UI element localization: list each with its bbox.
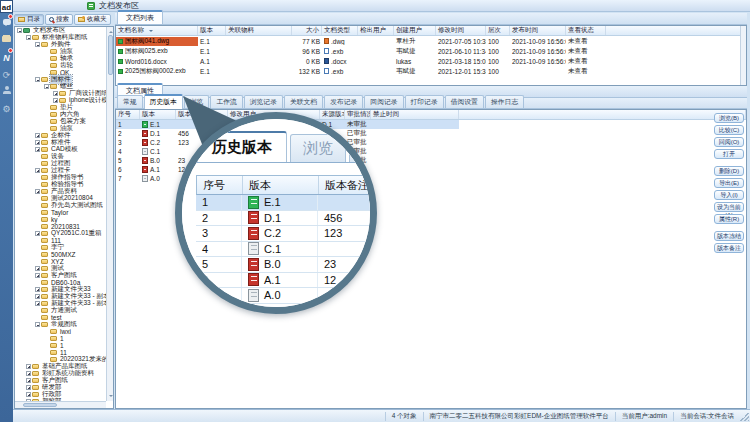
expand-toggle-icon[interactable]	[35, 322, 40, 327]
expand-toggle-icon[interactable]	[26, 35, 31, 40]
version-page-icon	[142, 121, 148, 128]
expand-toggle-icon[interactable]	[26, 364, 31, 369]
props-tab[interactable]: 操作日志	[485, 95, 524, 108]
props-tab[interactable]: 借阅设置	[445, 95, 484, 108]
tree-node[interactable]: 常规图纸	[15, 321, 106, 328]
expand-toggle-icon[interactable]	[35, 77, 40, 82]
col-view-status[interactable]: 查看状态	[566, 26, 606, 35]
expand-toggle-icon[interactable]	[35, 140, 40, 145]
app-logo[interactable]: ad	[0, 0, 13, 13]
col-publish-time[interactable]: 发布时间	[510, 26, 566, 35]
expand-toggle-icon[interactable]	[26, 378, 31, 383]
expand-toggle-icon[interactable]	[35, 168, 40, 173]
tree-node[interactable]: 客户图纸	[15, 272, 106, 279]
history-action-button[interactable]: 浏览(B)	[714, 113, 744, 123]
doc-list-scrollbar[interactable]	[740, 26, 746, 85]
col-modified-time[interactable]: 修改时间	[436, 26, 486, 35]
tree-node[interactable]: Taylor	[15, 209, 106, 216]
props-tab[interactable]: 常规	[117, 95, 143, 108]
expand-toggle-icon[interactable]	[53, 91, 58, 96]
doc-row[interactable]: 国标阀041.dwg E.1 77 KB .dwg 覃桂升 2021-07-05…	[116, 36, 746, 46]
expand-toggle-icon[interactable]	[17, 28, 22, 33]
history-action-button[interactable]: 导出(E)	[714, 178, 744, 188]
history-action-button[interactable]: 打开	[714, 149, 744, 159]
explorer-toolbar-button[interactable]: 搜索	[45, 14, 73, 25]
expand-toggle-icon[interactable]	[53, 98, 58, 103]
col-material[interactable]: 关联物料	[226, 26, 292, 35]
col-level[interactable]: 层次	[486, 26, 510, 35]
tree-node[interactable]: 500MXZ	[15, 251, 106, 258]
sync-icon[interactable]	[0, 64, 13, 81]
history-button-stack: 浏览(B) 比较(C) 回阅(O) 打开 删除(D) 导出(E) 导入(I) 设…	[713, 112, 745, 254]
props-tab[interactable]: 工作流	[210, 95, 242, 108]
col-forbid-time[interactable]: 禁止时间	[371, 110, 459, 119]
props-tab[interactable]: 发布记录	[324, 95, 363, 108]
tree-node[interactable]: QY2051C.01重箱	[15, 230, 106, 237]
magnifier-lens: 历史版本 浏览 工作流 序号 版本 版本备注 1	[175, 112, 377, 314]
history-action-button[interactable]: 导入(I)	[714, 190, 744, 200]
tree-node[interactable]: 李宁	[15, 244, 106, 251]
magnified-tab-history[interactable]: 历史版本	[197, 131, 287, 162]
folder-icon[interactable]	[0, 30, 13, 47]
expand-toggle-icon[interactable]	[35, 301, 40, 306]
expand-toggle-icon[interactable]	[35, 133, 40, 138]
history-action-button[interactable]: 回阅(O)	[714, 137, 744, 147]
tree-node[interactable]: lwxi	[15, 328, 106, 335]
history-action-button[interactable]: 比较(C)	[714, 125, 744, 135]
tree-node[interactable]: 1	[15, 335, 106, 342]
tab-doc-list[interactable]: 文档列表	[117, 10, 163, 24]
history-action-button[interactable]: 删除(D)	[714, 166, 744, 176]
resize-grip-icon[interactable]	[740, 412, 749, 421]
history-action-button[interactable]: 版本冻结	[714, 231, 744, 241]
explorer-toolbar-button[interactable]: 目录	[14, 14, 44, 25]
expand-toggle-icon[interactable]	[35, 42, 40, 47]
scrollbar-thumb[interactable]	[23, 403, 57, 407]
expand-toggle-icon[interactable]	[35, 147, 40, 152]
col-checkout-user[interactable]: 检出用户	[358, 26, 394, 35]
props-tab[interactable]: 关联文档	[284, 95, 323, 108]
magnified-tab-browse[interactable]: 浏览	[290, 134, 346, 162]
col-approval-status[interactable]: 审批情况	[345, 110, 371, 119]
col-index[interactable]: 序号	[116, 110, 140, 119]
settings-icon[interactable]	[0, 98, 13, 115]
tree-node[interactable]: 乔先岛大测试图纸	[15, 202, 106, 209]
chat-icon[interactable]	[0, 13, 13, 30]
activity-icon[interactable]	[0, 47, 13, 64]
tree-node[interactable]: 齿轮	[15, 62, 106, 69]
tree-node[interactable]: ky	[15, 216, 106, 223]
expand-toggle-icon[interactable]	[35, 273, 40, 278]
tree-horizontal-scrollbar[interactable]	[15, 401, 106, 408]
expand-toggle-icon[interactable]	[35, 189, 40, 194]
doc-row[interactable]: Word016.docx A.1 0 KB .docx lukas 2021-0…	[116, 56, 746, 66]
expand-toggle-icon[interactable]	[26, 371, 31, 376]
props-tab[interactable]: 历史版本	[144, 94, 183, 109]
props-tab[interactable]: 打印记录	[405, 95, 444, 108]
col-doc-name[interactable]: 文档名称	[116, 26, 198, 35]
doc-row[interactable]: 2025国标阀0002.exb E.1 132 KB .exb 韦斌捷 2021…	[116, 66, 746, 76]
expand-toggle-icon[interactable]	[26, 385, 31, 390]
doc-row[interactable]: 国标阀025.exb E.1 96 KB .exb 韦斌捷 2021-06-10…	[116, 46, 746, 56]
explorer-toolbar-button[interactable]: 收藏夹	[74, 14, 111, 25]
expand-toggle-icon[interactable]	[26, 392, 31, 397]
tree-node[interactable]: 方通测试	[15, 307, 106, 314]
expand-toggle-icon[interactable]	[35, 231, 40, 236]
col-creator[interactable]: 创建用户	[394, 26, 436, 35]
tree-vertical-scrollbar[interactable]	[106, 27, 113, 401]
expand-toggle-icon[interactable]	[35, 287, 40, 292]
scrollbar-thumb[interactable]	[108, 35, 113, 75]
col-version[interactable]: 版本	[140, 110, 176, 119]
col-doc-type[interactable]: 文档类型	[322, 26, 358, 35]
expand-toggle-icon[interactable]	[35, 294, 40, 299]
expand-toggle-icon[interactable]	[44, 84, 49, 89]
props-tab[interactable]: 浏览记录	[244, 95, 283, 108]
props-tab[interactable]: 回阅记录	[364, 95, 403, 108]
col-version[interactable]: 版本	[198, 26, 226, 35]
history-action-button[interactable]: 设为当前(A)	[714, 202, 744, 212]
history-action-button[interactable]: 版本备注	[714, 243, 744, 253]
expand-toggle-icon[interactable]	[35, 266, 40, 271]
user-icon[interactable]	[0, 81, 13, 98]
col-size[interactable]: 大小	[292, 26, 322, 35]
tree-node[interactable]: 1	[15, 342, 106, 349]
history-action-button[interactable]: 属性(R)	[714, 214, 744, 224]
col-source-version[interactable]: 来源版本	[320, 110, 345, 119]
